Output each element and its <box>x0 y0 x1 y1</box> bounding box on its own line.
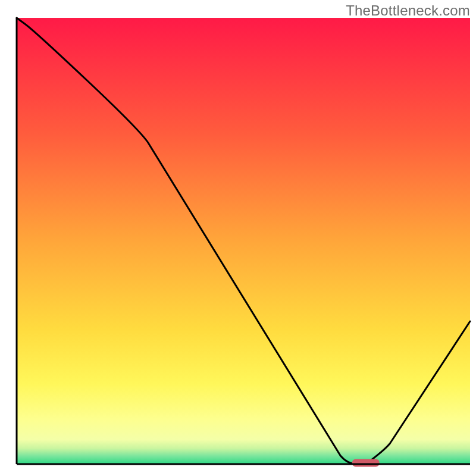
plot-background <box>17 18 470 464</box>
watermark-text: TheBottleneck.com <box>346 2 470 19</box>
chart-container: TheBottleneck.com <box>0 0 476 476</box>
optimum-marker <box>352 459 380 467</box>
bottleneck-curve-chart <box>0 0 476 476</box>
